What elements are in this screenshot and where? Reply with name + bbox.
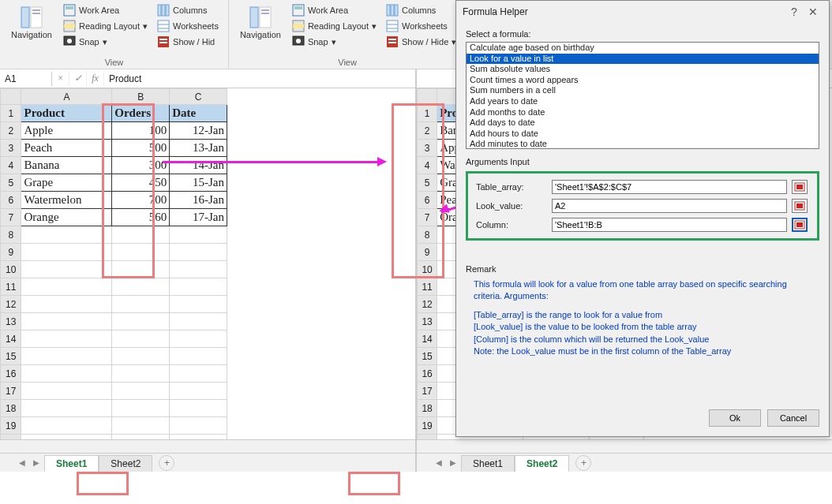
cell[interactable]: Peach	[21, 140, 112, 157]
snap-button-2[interactable]: Snap ▾	[290, 35, 378, 49]
row-header[interactable]: 12	[418, 296, 437, 313]
formula-list-item[interactable]: Add hours to date	[467, 129, 819, 140]
formula-list-item[interactable]: Count times a word appears	[467, 75, 819, 86]
close-button[interactable]: ✕	[804, 6, 823, 18]
row-header[interactable]: 19	[1, 417, 21, 435]
cell[interactable]	[112, 400, 170, 417]
column-header[interactable]: C	[170, 89, 227, 105]
formula-list-item[interactable]: Add months to date	[467, 107, 819, 118]
row-header[interactable]: 5	[418, 174, 437, 192]
look-value-input[interactable]	[552, 199, 787, 213]
row-header[interactable]: 6	[418, 192, 437, 209]
formula-list-item[interactable]: Sum absolute values	[467, 64, 819, 75]
cell[interactable]: Grape	[21, 174, 112, 192]
cell[interactable]: 100	[112, 122, 170, 140]
help-button[interactable]: ?	[785, 6, 804, 18]
cell[interactable]	[170, 383, 227, 400]
cell[interactable]	[170, 296, 227, 313]
formula-list-item[interactable]: Look for a value in list	[467, 54, 819, 65]
cell[interactable]	[112, 261, 170, 278]
cell[interactable]	[170, 226, 227, 244]
row-header[interactable]: 12	[1, 296, 21, 313]
cell[interactable]	[21, 417, 112, 435]
cell[interactable]	[170, 400, 227, 417]
cell[interactable]	[21, 261, 112, 278]
row-header[interactable]: 9	[1, 244, 21, 261]
cell[interactable]	[112, 244, 170, 261]
row-header[interactable]: 10	[418, 261, 437, 278]
ok-button[interactable]: Ok	[709, 409, 761, 427]
cell[interactable]	[21, 244, 112, 261]
cell[interactable]	[112, 435, 170, 440]
cell[interactable]	[112, 226, 170, 244]
cell[interactable]	[112, 313, 170, 330]
cell[interactable]	[170, 244, 227, 261]
row-header[interactable]: 1	[418, 105, 437, 122]
cell[interactable]: Watermelon	[21, 192, 112, 209]
tab-nav-next-icon[interactable]: ▶	[30, 458, 43, 467]
table-array-ref-button[interactable]	[792, 180, 808, 194]
cell[interactable]	[112, 348, 170, 365]
cell[interactable]	[21, 313, 112, 330]
table-array-input[interactable]	[552, 180, 787, 194]
row-header[interactable]: 20	[418, 435, 437, 440]
cell[interactable]	[21, 383, 112, 400]
column-header[interactable]: A	[21, 89, 112, 105]
cell[interactable]: 12-Jan	[170, 122, 227, 140]
row-header[interactable]: 18	[1, 400, 21, 417]
cell[interactable]	[21, 226, 112, 244]
tab-nav-next-icon-2[interactable]: ▶	[447, 458, 459, 467]
cell[interactable]: 17-Jan	[170, 209, 227, 226]
cell[interactable]	[170, 278, 227, 296]
cell[interactable]	[170, 261, 227, 278]
row-header[interactable]: 2	[418, 122, 437, 140]
spreadsheet-table[interactable]: ABC1ProductOrdersDate2Apple10012-Jan3Pea…	[0, 88, 227, 439]
scrollbar-h-left[interactable]	[0, 439, 415, 453]
cancel-button[interactable]: Cancel	[767, 409, 819, 427]
cell[interactable]: 15-Jan	[170, 174, 227, 192]
cell[interactable]: Date	[170, 105, 227, 122]
row-header[interactable]: 1	[1, 105, 21, 122]
work-area-button-2[interactable]: Work Area	[290, 3, 378, 17]
cell[interactable]: 560	[112, 209, 170, 226]
snap-button[interactable]: Snap ▾	[62, 35, 149, 49]
tab-nav-prev-icon-2[interactable]: ◀	[433, 458, 445, 467]
formula-list-item[interactable]: Sum numbers in a cell	[467, 85, 819, 96]
sheet-tab[interactable]: Sheet1	[44, 455, 99, 472]
scrollbar-h-right[interactable]	[417, 439, 832, 453]
row-header[interactable]: 14	[418, 330, 437, 348]
cell[interactable]	[21, 278, 112, 296]
formula-list-item[interactable]: Add minutes to date	[467, 139, 819, 149]
row-header[interactable]: 17	[418, 383, 437, 400]
row-header[interactable]: 11	[1, 278, 21, 296]
row-header[interactable]: 15	[1, 348, 21, 365]
cell[interactable]: 450	[112, 174, 170, 192]
columns-button-2[interactable]: Columns	[384, 3, 458, 17]
row-header[interactable]: 19	[418, 417, 437, 435]
columns-button[interactable]: Columns	[156, 3, 220, 17]
fx-icon[interactable]: fx	[87, 71, 104, 86]
row-header[interactable]: 8	[418, 226, 437, 244]
row-header[interactable]: 16	[1, 365, 21, 383]
name-box-left[interactable]: A1	[0, 72, 52, 86]
cell[interactable]	[112, 278, 170, 296]
row-header[interactable]: 4	[1, 157, 21, 174]
navigation-button[interactable]: Navigation	[5, 2, 58, 43]
column-ref-button[interactable]	[792, 218, 808, 232]
select-all-corner[interactable]	[1, 89, 21, 105]
cell[interactable]	[112, 365, 170, 383]
show-hide-button-2[interactable]: Show / Hide ▾	[384, 35, 458, 49]
cell[interactable]: Apple	[21, 122, 112, 140]
row-header[interactable]: 2	[1, 122, 21, 140]
cell[interactable]: 700	[112, 192, 170, 209]
dialog-titlebar[interactable]: Formula Helper ? ✕	[456, 1, 829, 23]
row-header[interactable]: 16	[418, 365, 437, 383]
cell[interactable]: 16-Jan	[170, 192, 227, 209]
row-header[interactable]: 9	[418, 244, 437, 261]
cell[interactable]	[21, 330, 112, 348]
cell[interactable]: 13-Jan	[170, 140, 227, 157]
cell[interactable]	[21, 365, 112, 383]
worksheets-button[interactable]: Worksheets	[156, 19, 220, 33]
reading-layout-button-2[interactable]: Reading Layout ▾	[290, 19, 378, 33]
column-input[interactable]	[552, 218, 787, 232]
